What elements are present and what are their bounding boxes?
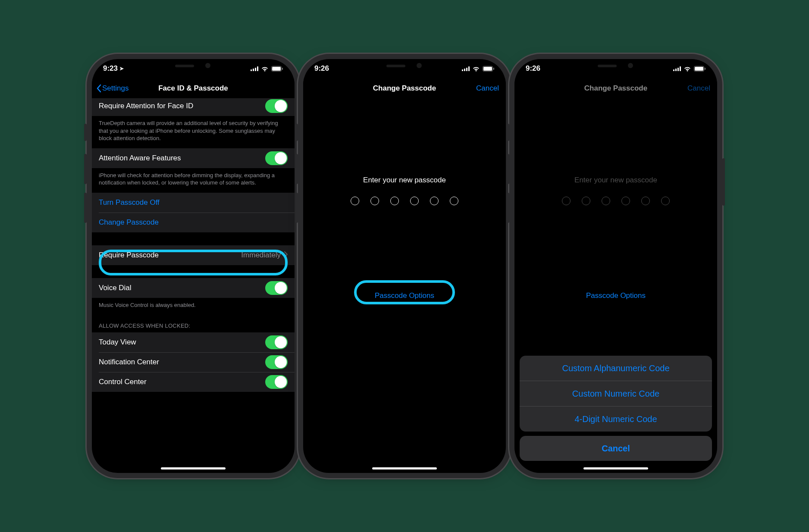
passcode-dot [351,197,359,205]
row-label: Require Passcode [99,251,241,260]
row-today-view[interactable]: Today View [92,332,295,352]
home-indicator[interactable] [161,467,226,469]
chevron-right-icon [284,251,288,260]
battery-icon [271,66,283,72]
row-require-attention[interactable]: Require Attention for Face ID [92,98,295,116]
page-title: Change Passcode [584,84,647,93]
row-footer: Music Voice Control is always enabled. [92,298,295,315]
phone-2-enter-passcode: 9:26 Change Passcode Cancel Enter your n… [303,59,506,473]
passcode-prompt: Enter your new passcode [363,176,446,185]
sheet-option-alphanumeric[interactable]: Custom Alphanumeric Code [520,356,712,381]
back-button[interactable]: Settings [96,84,129,93]
row-label: Voice Dial [99,284,265,292]
row-voice-dial[interactable]: Voice Dial [92,278,295,298]
status-time: 9:26 [526,64,540,73]
svg-rect-8 [705,68,706,70]
row-label: Change Passcode [99,218,288,227]
toggle-on[interactable] [265,375,288,389]
battery-icon [694,66,706,72]
row-attention-aware[interactable]: Attention Aware Features [92,148,295,168]
notch [150,59,236,73]
nav-bar: Change Passcode Cancel [303,78,506,98]
passcode-dot [430,197,439,205]
nav-bar: Settings Face ID & Passcode [92,78,295,99]
row-footer: TrueDepth camera will provide an additio… [92,116,295,148]
battery-icon [483,66,495,72]
toggle-on[interactable] [265,281,288,295]
row-label: Control Center [99,378,265,386]
page-title: Change Passcode [373,84,436,93]
toggle-on[interactable] [265,355,288,369]
row-label: Today View [99,338,265,347]
passcode-options-button[interactable]: Passcode Options [586,291,646,300]
row-label: Require Attention for Face ID [99,102,265,110]
notch [573,59,659,73]
location-icon: ➤ [119,66,124,72]
chevron-left-icon [96,84,101,93]
sheet-option-numeric[interactable]: Custom Numeric Code [520,381,712,406]
passcode-dot [450,197,458,205]
row-change-passcode[interactable]: Change Passcode [92,213,295,232]
sheet-cancel-button[interactable]: Cancel [520,436,712,461]
toggle-on[interactable] [265,99,288,113]
svg-rect-2 [282,68,283,70]
wifi-icon [261,66,269,72]
passcode-options-button[interactable]: Passcode Options [375,291,434,300]
row-footer: iPhone will check for attention before d… [92,168,295,193]
action-sheet: Custom Alphanumeric Code Custom Numeric … [520,356,712,461]
row-turn-passcode-off[interactable]: Turn Passcode Off [92,193,295,213]
home-indicator[interactable] [583,467,648,469]
row-label: Turn Passcode Off [99,198,288,207]
phone-3-passcode-options-sheet: 9:26 Change Passcode Cancel Enter your n… [514,59,717,473]
section-header: ALLOW ACCESS WHEN LOCKED: [92,315,295,332]
row-label: Notification Center [99,358,265,366]
passcode-entry: Enter your new passcode Passcode Options [303,98,506,473]
svg-rect-4 [483,67,492,71]
wifi-icon [472,66,480,72]
row-value: Immediately [241,251,281,260]
passcode-dots [351,197,458,205]
nav-bar: Change Passcode Cancel [514,78,717,98]
wifi-icon [684,66,691,72]
cancel-button[interactable]: Cancel [687,84,710,93]
svg-rect-5 [493,68,494,70]
passcode-dot [410,197,419,205]
page-title: Face ID & Passcode [158,84,228,93]
phone-1-settings: 9:23➤ Settings Face ID & Passcode Requir… [92,59,295,473]
row-notification-center[interactable]: Notification Center [92,352,295,372]
svg-rect-1 [272,67,281,71]
notch [361,59,448,73]
row-control-center[interactable]: Control Center [92,372,295,392]
row-require-passcode[interactable]: Require Passcode Immediately [92,245,295,265]
toggle-on[interactable] [265,151,288,165]
cancel-button[interactable]: Cancel [476,84,499,93]
passcode-dot [370,197,379,205]
status-time: 9:23 [103,64,118,73]
passcode-dot [390,197,399,205]
status-time: 9:26 [314,64,329,73]
cell-signal-icon [251,66,258,71]
cell-signal-icon [673,66,681,71]
home-indicator[interactable] [372,467,437,469]
row-label: Attention Aware Features [99,154,265,163]
back-label: Settings [102,84,129,93]
settings-list[interactable]: Require Attention for Face ID TrueDepth … [92,98,295,473]
svg-rect-7 [695,67,703,71]
sheet-option-4digit[interactable]: 4-Digit Numeric Code [520,406,712,432]
cell-signal-icon [462,66,470,71]
toggle-on[interactable] [265,335,288,349]
